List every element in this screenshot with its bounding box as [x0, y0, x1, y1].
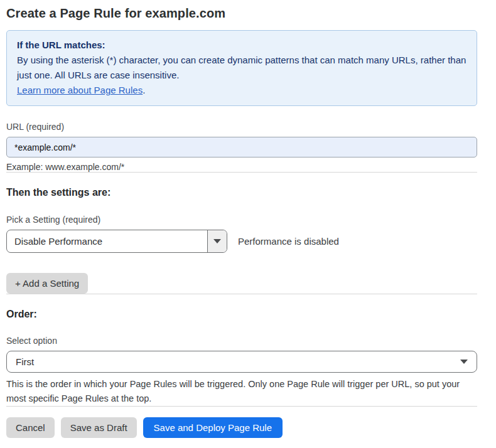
url-input[interactable]	[6, 137, 477, 157]
add-setting-button[interactable]: + Add a Setting	[6, 273, 88, 294]
setting-select[interactable]: Disable Performance	[6, 230, 227, 253]
divider	[6, 406, 477, 407]
cancel-button[interactable]: Cancel	[6, 417, 55, 438]
url-matches-info-box: If the URL matches: By using the asteris…	[6, 30, 477, 106]
info-box-body: By using the asterisk (*) character, you…	[17, 53, 466, 83]
order-select[interactable]: First	[6, 351, 477, 373]
order-help-text: This is the order in which your Page Rul…	[6, 377, 474, 406]
divider	[6, 294, 477, 294]
order-select-label: Select option	[6, 336, 477, 346]
divider	[6, 172, 477, 173]
action-button-row: Cancel Save as Draft Save and Deploy Pag…	[6, 417, 477, 438]
setting-row: Disable Performance Performance is disab…	[6, 230, 477, 253]
setting-status-text: Performance is disabled	[238, 236, 339, 247]
url-field-label: URL (required)	[6, 122, 477, 132]
chevron-down-icon	[460, 360, 468, 364]
info-box-link-line: Learn more about Page Rules.	[17, 83, 466, 98]
url-example-text: Example: www.example.com/*	[6, 162, 477, 172]
save-as-draft-button[interactable]: Save as Draft	[61, 417, 137, 438]
setting-select-arrow-button[interactable]	[207, 230, 227, 252]
order-section-heading: Order:	[6, 309, 477, 320]
page-title: Create a Page Rule for example.com	[6, 6, 477, 21]
settings-section-heading: Then the settings are:	[6, 187, 477, 198]
create-page-rule-page: Create a Page Rule for example.com If th…	[0, 0, 496, 448]
link-suffix: .	[143, 85, 145, 95]
setting-select-value: Disable Performance	[7, 230, 207, 252]
order-select-value: First	[16, 356, 34, 367]
save-and-deploy-button[interactable]: Save and Deploy Page Rule	[143, 417, 283, 438]
pick-setting-label: Pick a Setting (required)	[6, 215, 477, 225]
chevron-down-icon	[213, 239, 221, 243]
info-box-heading: If the URL matches:	[17, 38, 466, 53]
learn-more-link[interactable]: Learn more about Page Rules	[17, 85, 143, 95]
